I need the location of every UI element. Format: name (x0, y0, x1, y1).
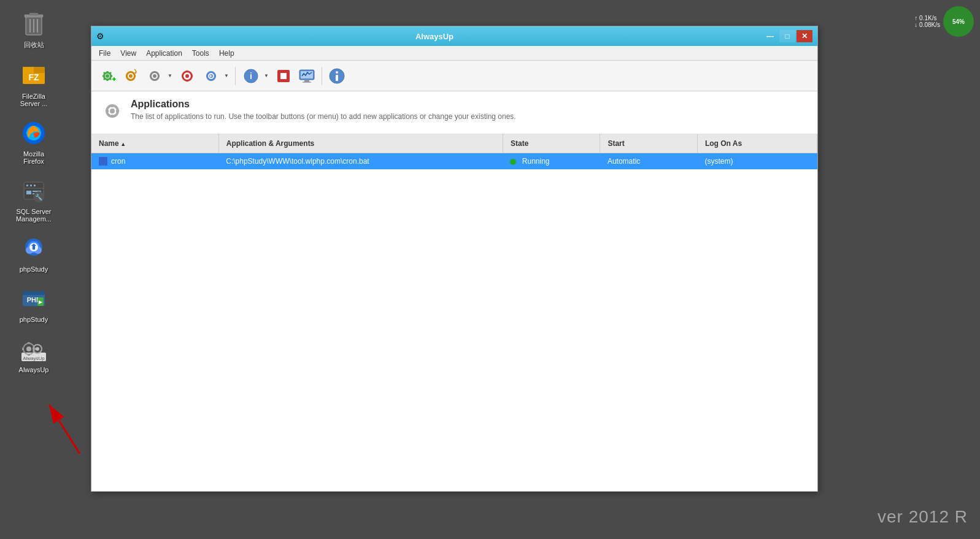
menu-bar: File View Application Tools Help (91, 46, 817, 61)
svg-rect-92 (116, 110, 118, 112)
svg-text:▶: ▶ (39, 299, 43, 305)
row-logon-cell: (system) (697, 153, 817, 170)
svg-rect-76 (210, 79, 212, 81)
toolbar-about-button[interactable] (326, 65, 348, 87)
svg-rect-64 (158, 75, 160, 77)
svg-rect-2 (29, 13, 38, 15)
toolbar-delete-button[interactable] (176, 65, 198, 87)
menu-item-tools[interactable]: Tools (187, 48, 214, 59)
svg-rect-53 (104, 78, 106, 80)
applications-icon (101, 100, 123, 126)
maximize-button[interactable]: □ (779, 30, 795, 42)
column-app[interactable]: Application & Arguments (218, 134, 503, 153)
settings-dropdown-arrow[interactable]: ▼ (166, 65, 174, 87)
svg-text:FZ: FZ (28, 72, 39, 82)
toolbar-settings-button[interactable]: ▼ (143, 64, 175, 88)
recycle-bin-label: 回收站 (24, 40, 44, 50)
menu-item-view[interactable]: View (115, 48, 141, 59)
row-start-cell: Automatic (600, 153, 697, 170)
svg-rect-66 (154, 79, 156, 81)
svg-rect-51 (104, 72, 106, 74)
title-bar-icon: ⚙ (96, 31, 104, 41)
svg-text:AlwaysUp: AlwaysUp (23, 356, 45, 361)
svg-rect-82 (280, 73, 287, 79)
delete-icon (179, 67, 196, 85)
svg-rect-74 (215, 75, 217, 77)
cpu-percent: 54% (952, 18, 965, 25)
svg-rect-68 (182, 75, 184, 77)
baiduyun-icon (19, 234, 48, 263)
column-state[interactable]: State (503, 134, 600, 153)
row-app-cell: C:\phpStudy\WWW\tool.wlphp.com\cron.bat (218, 153, 503, 170)
settings-main[interactable] (144, 65, 166, 87)
svg-point-99 (110, 109, 115, 113)
svg-text:🔧: 🔧 (35, 193, 43, 201)
desktop-icon-firefox[interactable]: MozillaFirefox (6, 116, 61, 167)
svg-rect-61 (130, 79, 132, 81)
toolbar-control-button[interactable]: ▼ (199, 64, 231, 88)
desktop-icon-baiduyun[interactable]: phpStudy (6, 231, 61, 275)
desktop-icon-recycle-bin[interactable]: 回收站 (6, 6, 61, 52)
sqlserver-icon: 🔧 (19, 176, 48, 205)
desktop-icon-alwaysup[interactable]: AlwaysUp AlwaysUp (6, 332, 61, 376)
svg-rect-86 (303, 82, 311, 83)
filezilla-icon: FZ (19, 61, 48, 90)
svg-rect-93 (111, 105, 114, 107)
svg-rect-94 (111, 115, 114, 117)
toolbar-edit-button[interactable] (120, 65, 142, 87)
status-dot (510, 159, 516, 165)
svg-rect-73 (206, 75, 208, 77)
svg-rect-65 (154, 71, 156, 73)
info-main[interactable]: i (240, 65, 262, 87)
control-main[interactable] (200, 65, 222, 87)
toolbar-monitor-button[interactable] (296, 65, 318, 87)
firefox-icon (19, 118, 48, 148)
system-tray: ↑ 0.1K/s ↓ 0.08K/s 54% (914, 6, 974, 37)
table-row[interactable]: cron C:\phpStudy\WWW\tool.wlphp.com\cron… (91, 153, 817, 170)
svg-rect-97 (107, 114, 109, 116)
section-title: Applications (131, 99, 516, 110)
title-bar: ⚙ AlwaysUp — □ ✕ (91, 26, 817, 46)
svg-rect-37 (28, 342, 30, 344)
svg-rect-47 (102, 75, 104, 77)
svg-rect-18 (30, 185, 32, 186)
filezilla-label: FileZillaServer ... (20, 93, 48, 107)
desktop-icon-filezilla[interactable]: FZ FileZillaServer ... (6, 58, 61, 110)
desktop-icon-sqlserver[interactable]: 🔧 SQL ServerManagem... (6, 174, 61, 225)
svg-rect-59 (134, 75, 136, 77)
toolbar-info-button[interactable]: i ▼ (239, 64, 271, 88)
info-dropdown-arrow[interactable]: ▼ (262, 65, 271, 87)
info-icon: i (243, 68, 259, 84)
minimize-button[interactable]: — (762, 30, 778, 42)
desktop-icon-phpstudy[interactable]: PHP ▶ phpStudy (6, 281, 61, 326)
svg-rect-17 (26, 185, 28, 186)
upload-speed: ↑ 0.1K/s (914, 15, 936, 21)
menu-item-help[interactable]: Help (214, 48, 239, 59)
svg-rect-70 (187, 71, 188, 72)
settings-icon (147, 68, 163, 84)
name-cell-content: cron (99, 157, 211, 166)
column-logon[interactable]: Log On As (697, 134, 817, 153)
svg-rect-40 (34, 348, 36, 350)
toolbar-stop-button[interactable] (272, 65, 295, 87)
applications-table: Name Application & Arguments State Start… (91, 134, 817, 170)
svg-rect-98 (115, 106, 117, 108)
row-start-text: Automatic (608, 157, 640, 166)
row-state-text: Running (522, 157, 550, 166)
toolbar-add-button[interactable] (96, 65, 118, 87)
menu-item-file[interactable]: File (94, 48, 115, 59)
column-start[interactable]: Start (600, 134, 697, 153)
svg-rect-49 (107, 71, 109, 73)
close-button[interactable]: ✕ (797, 30, 812, 42)
menu-item-application[interactable]: Application (141, 48, 187, 59)
svg-point-36 (36, 347, 39, 351)
toolbar: ▼ (91, 61, 817, 91)
control-icon (203, 68, 219, 84)
svg-rect-63 (150, 75, 152, 77)
svg-rect-60 (130, 71, 132, 73)
content-header: Applications The list of applications to… (91, 91, 817, 134)
column-name[interactable]: Name (91, 134, 218, 153)
svg-rect-71 (187, 80, 188, 82)
toolbar-separator-2 (322, 67, 322, 85)
control-dropdown-arrow[interactable]: ▼ (222, 65, 231, 87)
